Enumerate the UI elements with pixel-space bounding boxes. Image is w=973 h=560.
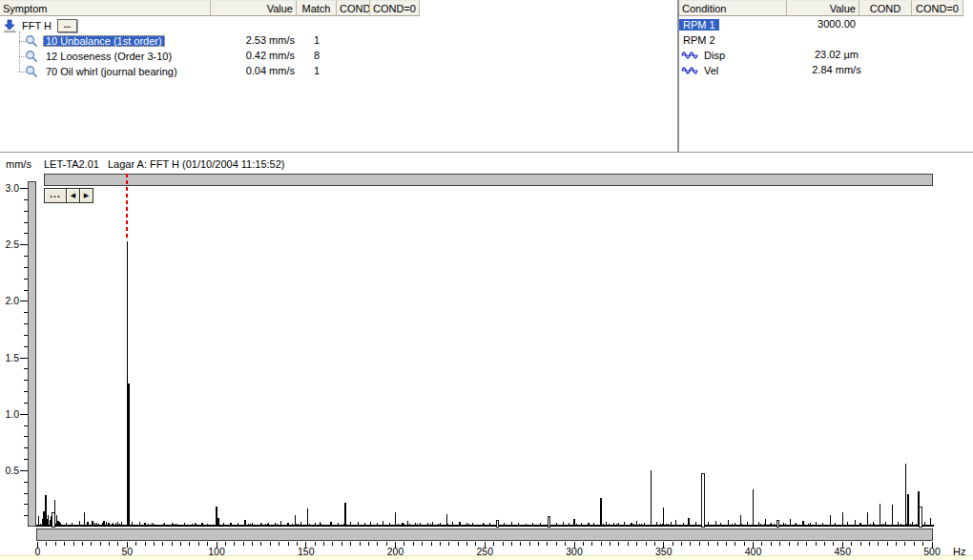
noise-bar [605,526,606,527]
fft-spectrum-plot[interactable] [36,174,934,529]
symptom-value: 2.53 mm/s [211,34,295,46]
column-header-condition[interactable]: Condition [679,0,787,16]
noise-bar [336,525,337,528]
peak-bar [651,470,652,527]
noise-bar [652,525,653,527]
x-minor-tick [350,542,351,546]
noise-bar [76,523,77,527]
symptom-label[interactable]: 70 Oil whirl (journal bearing) [43,66,180,77]
column-header-symptom[interactable]: Symptom [0,0,211,16]
peak-bar [600,498,602,527]
column-header-value[interactable]: Value [211,0,297,16]
noise-bar [785,524,786,527]
noise-bar [286,526,287,527]
noise-bar [762,525,763,527]
peak-bar [144,523,145,527]
y-axis-unit-label: mm/s [6,158,31,170]
noise-bar [693,525,694,527]
condition-row-rpm2[interactable]: RPM 2 [679,32,971,48]
condition-label[interactable]: RPM 1 [679,19,719,31]
condition-row-vel[interactable]: Vel 2.84 mm/s [679,63,971,78]
symptom-label[interactable]: 12 Looseness (Order 3-10) [43,51,175,62]
noise-bar [409,524,410,527]
column-header-cond0[interactable]: COND=0 [370,0,420,16]
noise-bar [572,526,573,527]
symptom-ellipsis-button[interactable]: ... [57,19,77,32]
x-minor-tick [91,542,92,546]
x-minor-tick [270,542,271,546]
noise-bar [745,526,746,527]
noise-bar [90,522,91,527]
x-tick-label: 50 [110,546,144,557]
x-minor-tick [413,542,414,546]
noise-bar [510,526,511,527]
noise-bar [806,526,807,527]
column-header-cond[interactable]: COND [337,0,370,16]
noise-bar [326,525,327,527]
noise-bar [507,525,507,527]
condition-label[interactable]: Disp [700,50,729,61]
peak-bar [802,521,803,527]
noise-bar [570,525,571,527]
y-tick-label: 2.0 [0,295,19,306]
column-header-match[interactable]: Match [297,0,337,16]
condition-label[interactable]: Vel [700,65,722,76]
condition-row-rpm1[interactable]: RPM 1 3000.00 [679,17,971,32]
x-minor-tick [279,542,279,546]
cursor-prev-button[interactable]: ◀ [66,188,80,203]
peak-bar [152,523,153,527]
cursor-next-button[interactable]: ▶ [79,188,93,203]
y-tick-label: 2.5 [0,239,19,250]
horizontal-zoom-bar-bottom[interactable] [36,529,933,541]
noise-bar [263,526,264,527]
noise-bar [241,525,242,527]
noise-bar [374,526,375,527]
x-minor-tick [591,542,592,546]
symptom-value: 0.04 mm/s [211,65,295,76]
noise-bar [94,523,95,527]
noise-bar [78,523,79,527]
noise-bar [694,526,695,527]
x-minor-tick [636,542,637,546]
peak-bar [847,522,848,527]
x-minor-tick [180,542,181,546]
symptom-row-unbalance[interactable]: 10 Unbalance (1st order) 2.53 mm/s 1 [0,33,679,49]
vertical-zoom-bar[interactable] [28,181,36,527]
tree-group-fft-h[interactable]: FFT H ... [3,18,77,33]
peak-bar [184,523,185,527]
noise-bar [776,525,776,527]
column-header-value[interactable]: Value [787,0,859,16]
noise-bar [115,523,116,527]
x-minor-tick [458,542,459,546]
noise-bar [812,525,813,527]
symptom-row-oil-whirl[interactable]: 70 Oil whirl (journal bearing) 0.04 mm/s… [0,64,679,79]
noise-bar [169,525,170,527]
diagnosis-window: { "colors": { "selection_blue": "#3161C4… [0,0,973,560]
symptom-label[interactable]: 10 Unbalance (1st order) [43,35,165,47]
x-minor-tick [234,542,235,546]
noise-bar [711,526,712,527]
plot-options-button[interactable]: ... [44,188,67,203]
column-header-cond0[interactable]: COND=0 [912,0,963,16]
column-header-cond[interactable]: COND [859,0,912,16]
x-minor-tick [431,542,432,546]
noise-bar [561,526,562,527]
fft-import-icon [3,19,17,33]
x-tick-label: 150 [289,546,323,557]
noise-bar [859,525,859,527]
symptom-row-looseness[interactable]: 12 Looseness (Order 3-10) 0.42 mm/s 8 [0,49,679,64]
condition-label[interactable]: RPM 2 [679,34,719,46]
peak-bar [518,523,519,527]
peak-bar [618,523,619,527]
noise-bar [576,524,577,527]
peak-bar [930,518,931,527]
noise-bar [755,525,756,527]
noise-bar [857,526,858,527]
noise-bar [463,525,464,527]
noise-bar [309,524,310,527]
noise-bar [476,526,477,527]
noise-bar [520,524,521,527]
noise-bar [220,524,221,527]
condition-row-disp[interactable]: Disp 23.02 µm [679,48,971,63]
noise-bar [424,525,425,527]
